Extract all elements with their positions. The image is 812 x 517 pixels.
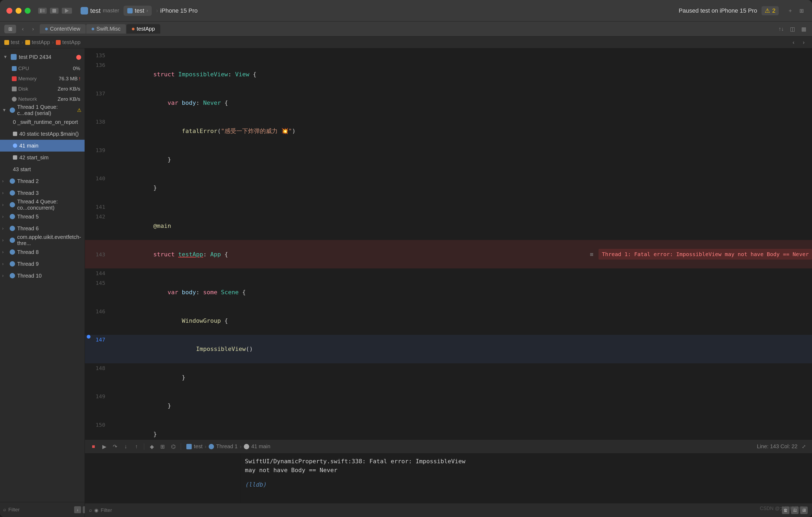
- debug-continue-btn[interactable]: ▶: [100, 442, 109, 451]
- line-code-138: fatalError("感受一下炸弹的威力 💥"): [111, 117, 812, 145]
- breadcrumb-sep-2: ›: [52, 39, 54, 45]
- code-line-145: 145 var body: some Scene {: [85, 278, 812, 307]
- sidebar-filter-input[interactable]: [8, 507, 72, 513]
- secondary-toolbar: ⊞ ‹ › ContentView Swift.Misc testApp ↑↓ …: [0, 22, 812, 36]
- stop-button[interactable]: [50, 8, 59, 14]
- line-code-143: struct testApp: App {: [111, 240, 583, 268]
- thread-9-row[interactable]: › Thread 9: [0, 258, 85, 270]
- thread-4-row[interactable]: › Thread 4 Queue: co...concurrent): [0, 199, 85, 211]
- maximize-button[interactable]: [25, 8, 31, 14]
- sidebar-toggle-button[interactable]: [38, 8, 47, 14]
- debug-step-out-btn[interactable]: ↑: [132, 442, 141, 451]
- process-row[interactable]: ▼ test PID 2434 ⬤: [0, 51, 85, 63]
- prev-change-button[interactable]: ‹: [789, 38, 798, 47]
- warnings-button[interactable]: ⚠ 2: [761, 6, 779, 15]
- debug-bc-sep-2: ›: [240, 443, 242, 450]
- tab-label-contentview: ContentView: [50, 26, 80, 32]
- thread-3-row[interactable]: › Thread 3: [0, 187, 85, 199]
- line-num-136: 136: [92, 60, 111, 69]
- back-button[interactable]: ‹: [18, 25, 27, 33]
- thread-1-frame-0[interactable]: 0 _swift_runtime_on_report: [0, 116, 85, 128]
- thread-1-warning: ⚠: [77, 107, 81, 113]
- thread-2-row[interactable]: › Thread 2: [0, 175, 85, 187]
- debug-step-into-btn[interactable]: ↓: [121, 442, 130, 451]
- line-code-147: ImpossibleView(): [111, 335, 812, 363]
- forward-button[interactable]: ›: [28, 25, 37, 33]
- project-selector[interactable]: test master: [81, 7, 119, 15]
- code-content[interactable]: 135 136 struct ImpossibleView: View { 13…: [85, 48, 812, 439]
- thread-1-frame-40[interactable]: 40 static testApp.$main(): [0, 128, 85, 140]
- thread-1-expand-icon: ▼: [2, 108, 7, 113]
- thread-uikit-row[interactable]: › com.apple.uikit.eventfetch-thre...: [0, 234, 85, 246]
- console-filter-input[interactable]: [101, 507, 780, 513]
- authors-button[interactable]: ↑↓: [777, 25, 785, 33]
- line-indicator-147: [85, 335, 92, 338]
- memory-metric: Memory 76.3 MB !: [0, 74, 85, 84]
- device-name: iPhone 15 Pro: [160, 7, 198, 14]
- thread-1-frame-41[interactable]: 41 main: [0, 140, 85, 152]
- line-num-138: 138: [92, 117, 111, 126]
- line-num-145: 145: [92, 278, 111, 287]
- minimap-button[interactable]: ▦: [800, 25, 808, 33]
- debug-console[interactable]: SwiftUI/DynamicProperty.swift:338: Fatal…: [240, 454, 812, 503]
- related-button[interactable]: ◫: [788, 25, 796, 33]
- debug-toolbar: ■ ▶ ↷ ↓ ↑ ◆ ⊞ ⌬ test › Thread 1: [85, 440, 812, 454]
- memory-label: Memory: [12, 76, 37, 82]
- breadcrumb-test[interactable]: test: [4, 39, 19, 46]
- thread-3-icon: [10, 190, 15, 196]
- traffic-lights: [6, 8, 31, 14]
- line-num-150: 150: [92, 420, 111, 429]
- debug-memory-btn[interactable]: ⌬: [169, 442, 177, 451]
- code-line-147: 147 ImpossibleView(): [85, 335, 812, 363]
- minimize-button[interactable]: [16, 8, 22, 14]
- tab-label-testapp: testApp: [137, 26, 155, 32]
- thread-5-row[interactable]: › Thread 5: [0, 211, 85, 222]
- frame-40-icon: [13, 132, 17, 136]
- tab-contentview[interactable]: ContentView: [40, 24, 86, 34]
- process-name: test PID 2434: [19, 54, 74, 60]
- console-prompt: (lldb): [245, 481, 808, 488]
- sidebar-filter-bar: ⌕ ↓ ⚠ ●: [0, 502, 85, 517]
- debug-stop-btn[interactable]: ■: [89, 442, 98, 451]
- line-code-139: }: [111, 145, 812, 174]
- thread-1-frame-43[interactable]: 43 start: [0, 163, 85, 175]
- tab-testapp[interactable]: testApp: [126, 24, 160, 34]
- scheme-selector[interactable]: test ›: [123, 6, 152, 16]
- svg-marker-5: [65, 8, 69, 13]
- debug-breakpoint-btn[interactable]: ◆: [147, 442, 156, 451]
- run-button[interactable]: [62, 8, 72, 14]
- close-button[interactable]: [6, 8, 12, 14]
- thread-1-row[interactable]: ▼ Thread 1 Queue: c...ead (serial) ⚠: [0, 104, 85, 116]
- debug-expand-btn[interactable]: ⤢: [800, 442, 808, 451]
- tab-swiftmisc[interactable]: Swift.Misc: [86, 24, 126, 34]
- breadcrumb-testapp-folder[interactable]: testApp: [25, 39, 50, 46]
- next-change-button[interactable]: ›: [800, 38, 808, 47]
- debug-step-over-btn[interactable]: ↷: [111, 442, 119, 451]
- add-button[interactable]: ＋: [786, 7, 794, 15]
- thread-10-row[interactable]: › Thread 10: [0, 270, 85, 281]
- warnings-count: 2: [772, 7, 776, 14]
- debug-view-hierarchy-btn[interactable]: ⊞: [158, 442, 167, 451]
- thread-8-row[interactable]: › Thread 8: [0, 246, 85, 258]
- network-icon: [12, 97, 17, 102]
- debugger-panel: ■ ▶ ↷ ↓ ↑ ◆ ⊞ ⌬ test › Thread 1: [85, 439, 812, 517]
- breadcrumb-testapp-swift[interactable]: testApp: [56, 39, 81, 46]
- debug-breadcrumb: test › Thread 1 › 41 main: [186, 443, 270, 450]
- debug-bottom-bar: ⌕ ◉ 🗑 ⊟ ⊞: [85, 503, 812, 517]
- error-icon[interactable]: ≡: [588, 250, 595, 258]
- thread-1-frame-42[interactable]: 42 start_sim: [0, 152, 85, 163]
- layout-button[interactable]: ⊞: [798, 7, 806, 15]
- editor-tabs: ContentView Swift.Misc testApp: [40, 24, 161, 34]
- breadcrumb-label-test: test: [11, 39, 19, 46]
- disk-label: Disk: [12, 86, 28, 92]
- tab-label-swiftmisc: Swift.Misc: [96, 26, 121, 32]
- line-num-143: 143: [92, 250, 111, 259]
- line-code-145: var body: some Scene {: [111, 278, 812, 307]
- chevron-down-icon: ›: [146, 8, 148, 13]
- expand-icon: ▼: [3, 55, 8, 59]
- thread-6-row[interactable]: › Thread 6: [0, 222, 85, 234]
- device-selector[interactable]: › iPhone 15 Pro: [156, 7, 198, 14]
- filter-btn-1[interactable]: ↓: [74, 506, 81, 513]
- navigator-toggle[interactable]: ⊞: [4, 25, 16, 33]
- thread-2-expand-icon: ›: [2, 179, 7, 184]
